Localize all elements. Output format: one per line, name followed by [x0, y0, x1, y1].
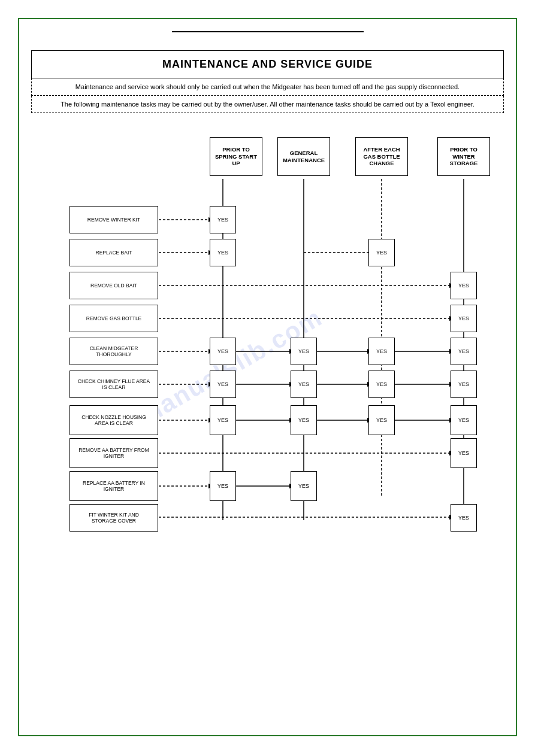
header-col3-label: AFTER EACH GAS BOTTLE CHANGE	[363, 146, 400, 166]
task-fit-winter-kit: FIT WINTER KIT AND STORAGE COVER	[69, 504, 158, 532]
yes-col2-t7: YES	[291, 405, 317, 435]
header-col3: AFTER EACH GAS BOTTLE CHANGE	[355, 137, 408, 176]
yes-col4-t6: YES	[451, 371, 477, 398]
yes-col3-t2: YES	[368, 239, 395, 266]
yes-col4-t8: YES	[451, 438, 477, 468]
header-col4-label: PRIOR TO WINTER STORAGE	[450, 146, 478, 166]
task-remove-winter-kit: REMOVE WINTER KIT	[69, 206, 158, 233]
yes-col1-t5: YES	[210, 338, 236, 365]
task-remove-old-bait: REMOVE OLD BAIT	[69, 272, 158, 299]
title-text: MAINTENANCE AND SERVICE GUIDE	[162, 58, 373, 70]
task-check-chimney-flue: CHECK CHIMNEY FLUE AREA IS CLEAR	[69, 371, 158, 398]
yes-col4-t7: YES	[451, 405, 477, 435]
yes-col3-t7: YES	[368, 405, 395, 435]
yes-col4-t4: YES	[451, 305, 477, 332]
yes-col1-t1: YES	[210, 206, 236, 233]
task-check-nozzle-housing: CHECK NOZZLE HOUSING AREA IS CLEAR	[69, 405, 158, 435]
yes-col4-t3: YES	[451, 272, 477, 299]
yes-col4-t5: YES	[451, 338, 477, 365]
title-box: MAINTENANCE AND SERVICE GUIDE	[31, 50, 504, 78]
yes-col4-t10: YES	[451, 504, 477, 532]
outer-border: MAINTENANCE AND SERVICE GUIDE Maintenanc…	[18, 18, 517, 736]
header-col4: PRIOR TO WINTER STORAGE	[437, 137, 490, 176]
task-remove-gas-bottle: REMOVE GAS BOTTLE	[69, 305, 158, 332]
task-replace-aa-battery: REPLACE AA BATTERY IN IGNITER	[69, 471, 158, 501]
yes-col3-t6: YES	[368, 371, 395, 398]
header-col1: PRIOR TO SPRING START UP	[210, 137, 262, 176]
yes-col2-t6: YES	[291, 371, 317, 398]
page: MAINTENANCE AND SERVICE GUIDE Maintenanc…	[0, 0, 535, 756]
info-text-1: Maintenance and service work should only…	[75, 83, 460, 90]
yes-col3-t5: YES	[368, 338, 395, 365]
header-col1-label: PRIOR TO SPRING START UP	[215, 146, 257, 166]
yes-col2-t9: YES	[291, 471, 317, 501]
info-box-2: The following maintenance tasks may be c…	[31, 96, 504, 113]
yes-col1-t6: YES	[210, 371, 236, 398]
header-col2-label: GENERAL MAINTENANCE	[283, 150, 325, 163]
flowchart: manualslib.com	[31, 125, 504, 556]
header-col2: GENERAL MAINTENANCE	[277, 137, 330, 176]
task-replace-bait: REPLACE BAIT	[69, 239, 158, 266]
yes-col2-t5: YES	[291, 338, 317, 365]
task-remove-aa-battery: REMOVE AA BATTERY FROM IGNITER	[69, 438, 158, 468]
yes-col1-t2: YES	[210, 239, 236, 266]
task-clean-midgeater: CLEAN MIDGEATER THOROUGHLY	[69, 338, 158, 365]
header-line	[172, 31, 364, 32]
yes-col1-t9: YES	[210, 471, 236, 501]
info-box-1: Maintenance and service work should only…	[31, 78, 504, 96]
info-text-2: The following maintenance tasks may be c…	[61, 101, 474, 108]
yes-col1-t7: YES	[210, 405, 236, 435]
